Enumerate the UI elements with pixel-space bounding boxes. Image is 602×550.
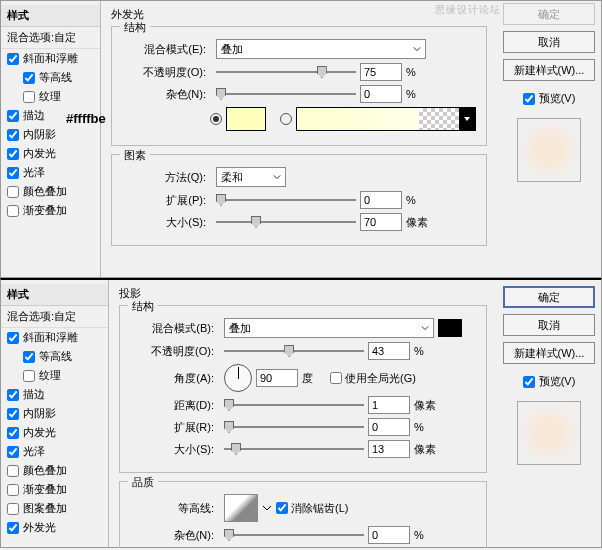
style-checkbox[interactable] [7, 446, 19, 458]
style-label: 渐变叠加 [23, 482, 67, 497]
style-checkbox[interactable] [7, 465, 19, 477]
structure-group: 结构 混合模式(E): 叠加 不透明度(O): % 杂色(N): % [111, 26, 487, 146]
blend-mode-dropdown[interactable]: 叠加 [216, 39, 426, 59]
spread-input[interactable] [368, 418, 410, 436]
style-checkbox[interactable] [7, 53, 19, 65]
group-title: 品质 [128, 475, 158, 490]
outer-glow-panel: 思缘设计论坛 样式 混合选项:自定 斜面和浮雕等高线纹理描边内阴影内发光光泽颜色… [0, 0, 602, 278]
style-label: 图案叠加 [23, 501, 67, 516]
style-checkbox[interactable] [23, 351, 35, 363]
sidebar-item[interactable]: 渐变叠加 [1, 201, 100, 220]
sidebar-item[interactable]: 颜色叠加 [1, 182, 100, 201]
sidebar-item[interactable]: 内阴影 [1, 404, 108, 423]
style-checkbox[interactable] [7, 408, 19, 420]
color-radio[interactable] [210, 113, 222, 125]
sidebar-item[interactable]: 等高线 [1, 347, 108, 366]
style-label: 光泽 [23, 444, 45, 459]
style-checkbox[interactable] [23, 72, 35, 84]
sidebar-item[interactable]: 纹理 [1, 87, 100, 106]
style-label: 内阴影 [23, 406, 56, 421]
color-swatch[interactable] [226, 107, 266, 131]
style-checkbox[interactable] [7, 522, 19, 534]
style-checkbox[interactable] [7, 389, 19, 401]
chevron-down-icon [463, 115, 471, 123]
ok-button[interactable]: 确定 [503, 286, 595, 308]
style-label: 斜面和浮雕 [23, 330, 78, 345]
sidebar-item[interactable]: 内发光 [1, 144, 100, 163]
opacity-slider[interactable] [216, 64, 356, 80]
blending-options[interactable]: 混合选项:自定 [1, 306, 108, 328]
size-slider[interactable] [216, 214, 356, 230]
sidebar-item[interactable]: 纹理 [1, 366, 108, 385]
style-checkbox[interactable] [7, 503, 19, 515]
sidebar-item[interactable]: 内阴影 [1, 125, 100, 144]
blend-mode-dropdown[interactable]: 叠加 [224, 318, 434, 338]
size-input[interactable] [360, 213, 402, 231]
noise-input[interactable] [360, 85, 402, 103]
size-slider[interactable] [224, 441, 364, 457]
global-light-checkbox[interactable]: 使用全局光(G) [330, 371, 416, 386]
opacity-slider[interactable] [224, 343, 364, 359]
spread-slider[interactable] [224, 419, 364, 435]
opacity-label: 不透明度(O): [130, 344, 214, 359]
noise-slider[interactable] [224, 527, 364, 543]
cancel-button[interactable]: 取消 [503, 31, 595, 53]
style-checkbox[interactable] [23, 370, 35, 382]
sidebar-item[interactable]: 内发光 [1, 423, 108, 442]
sidebar-item[interactable]: 图案叠加 [1, 499, 108, 518]
spread-slider[interactable] [216, 192, 356, 208]
opacity-input[interactable] [360, 63, 402, 81]
style-checkbox[interactable] [7, 110, 19, 122]
style-checkbox[interactable] [7, 484, 19, 496]
sidebar-item[interactable]: 渐变叠加 [1, 480, 108, 499]
antialias-checkbox[interactable]: 消除锯齿(L) [276, 501, 348, 516]
new-style-button[interactable]: 新建样式(W)... [503, 59, 595, 81]
style-label: 内阴影 [23, 127, 56, 142]
style-checkbox[interactable] [7, 167, 19, 179]
spread-input[interactable] [360, 191, 402, 209]
style-label: 颜色叠加 [23, 463, 67, 478]
shadow-color-swatch[interactable] [438, 319, 462, 337]
blending-options[interactable]: 混合选项:自定 [1, 27, 100, 49]
style-checkbox[interactable] [7, 148, 19, 160]
technique-dropdown[interactable]: 柔和 [216, 167, 286, 187]
opacity-input[interactable] [368, 342, 410, 360]
spread-label: 扩展(P): [122, 193, 206, 208]
distance-slider[interactable] [224, 397, 364, 413]
style-checkbox[interactable] [7, 129, 19, 141]
sidebar-item[interactable]: 斜面和浮雕 [1, 49, 100, 68]
style-label: 内发光 [23, 146, 56, 161]
preview-checkbox[interactable]: 预览(V) [523, 374, 576, 389]
sidebar-item[interactable]: 斜面和浮雕 [1, 328, 108, 347]
sidebar-item[interactable]: 描边 [1, 385, 108, 404]
distance-input[interactable] [368, 396, 410, 414]
angle-dial[interactable] [224, 364, 252, 392]
cancel-button[interactable]: 取消 [503, 314, 595, 336]
style-checkbox[interactable] [7, 205, 19, 217]
angle-input[interactable] [256, 369, 298, 387]
style-checkbox[interactable] [7, 427, 19, 439]
gradient-radio[interactable] [280, 113, 292, 125]
style-checkbox[interactable] [7, 186, 19, 198]
chevron-down-icon[interactable] [262, 503, 272, 513]
sidebar-item[interactable]: 光泽 [1, 442, 108, 461]
sidebar-item[interactable]: 光泽 [1, 163, 100, 182]
noise-input[interactable] [368, 526, 410, 544]
main-settings: 投影 结构 混合模式(B): 叠加 不透明度(O): % 角度(A): [109, 280, 497, 547]
sidebar-item[interactable]: 颜色叠加 [1, 461, 108, 480]
ok-button[interactable]: 确定 [503, 3, 595, 25]
sidebar-item[interactable]: 等高线 [1, 68, 100, 87]
new-style-button[interactable]: 新建样式(W)... [503, 342, 595, 364]
preview-checkbox[interactable]: 预览(V) [523, 91, 576, 106]
sidebar-item[interactable]: 外发光 [1, 518, 108, 537]
opacity-label: 不透明度(O): [122, 65, 206, 80]
style-label: 渐变叠加 [23, 203, 67, 218]
gradient-picker[interactable] [296, 107, 476, 131]
style-checkbox[interactable] [23, 91, 35, 103]
contour-picker[interactable] [224, 494, 258, 522]
drop-shadow-panel: 样式 混合选项:自定 斜面和浮雕等高线纹理描边内阴影内发光光泽颜色叠加渐变叠加图… [0, 278, 602, 548]
style-checkbox[interactable] [7, 332, 19, 344]
size-input[interactable] [368, 440, 410, 458]
size-label: 大小(S): [130, 442, 214, 457]
noise-slider[interactable] [216, 86, 356, 102]
